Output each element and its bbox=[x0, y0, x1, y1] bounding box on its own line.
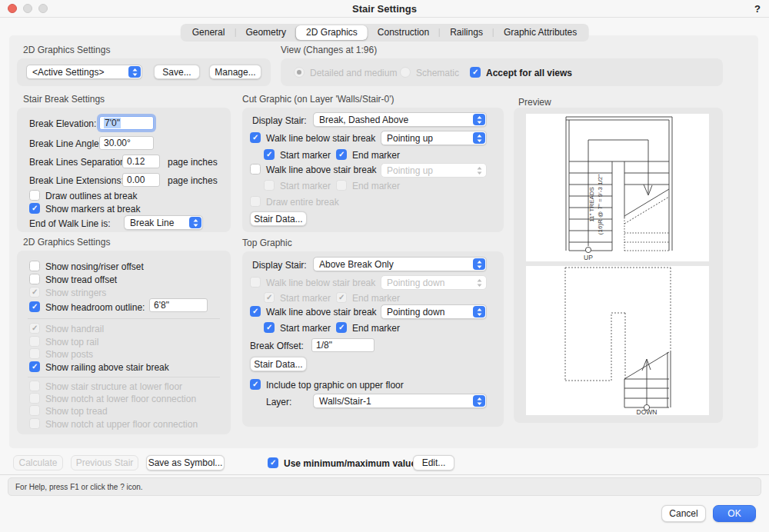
top-above-end-marker-checkbox[interactable] bbox=[336, 322, 347, 333]
break-offset-field[interactable]: 1/8" bbox=[311, 338, 375, 352]
handrail-checkbox bbox=[29, 323, 40, 334]
stringers-checkbox bbox=[29, 287, 40, 298]
top-tread-label: Show top tread bbox=[45, 406, 108, 417]
cut-walk-above-checkbox[interactable] bbox=[250, 164, 261, 175]
top-display-stair-label: Display Stair: bbox=[252, 260, 307, 271]
top-walk-above-label: Walk line above stair break bbox=[266, 307, 377, 318]
view-group-title: View (Changes at 1:96) bbox=[281, 45, 377, 55]
tab-2d-graphics[interactable]: 2D Graphics bbox=[296, 25, 368, 40]
schematic-radio[interactable] bbox=[400, 67, 411, 78]
extensions-unit-label: page inches bbox=[168, 175, 218, 186]
cut-walk-above-direction-select: Pointing up bbox=[381, 163, 487, 178]
schematic-label: Schematic bbox=[416, 68, 459, 78]
break-line-extensions-label: Break Line Extensions: bbox=[29, 175, 124, 186]
draw-outlines-label: Draw outlines at break bbox=[45, 191, 137, 201]
stair-plan-cut-drawing: 11" TREADS (16)R @ 7" = 9'-3 1/2" UP bbox=[526, 114, 709, 261]
break-offset-value: 1/8" bbox=[316, 340, 332, 351]
tab-content-panel: 2D Graphics Settings <Active Settings> S… bbox=[9, 35, 758, 448]
end-walk-line-label: End of Walk Line is: bbox=[29, 218, 111, 229]
save-as-symbol-button[interactable]: Save as Symbol... bbox=[146, 455, 225, 470]
tab-construction[interactable]: Construction bbox=[368, 25, 439, 40]
stair-settings-dialog: Stair Settings ? General Geometry 2D Gra… bbox=[0, 0, 769, 532]
top-display-stair-value: Above Break Only bbox=[314, 259, 473, 270]
break-lines-separation-field[interactable]: 0.12 bbox=[122, 155, 160, 168]
top-walk-below-direction-select: Pointing down bbox=[381, 275, 487, 290]
top-below-start-marker-checkbox bbox=[264, 292, 275, 303]
accept-all-views-label: Accept for all views bbox=[486, 68, 572, 78]
cut-graphic-group: Display Stair: Break, Dashed Above Walk … bbox=[242, 108, 504, 232]
railing-above-break-label: Show railing above stair break bbox=[45, 362, 169, 373]
top-display-stair-select[interactable]: Above Break Only bbox=[313, 257, 487, 271]
top-walk-below-checkbox bbox=[250, 277, 261, 288]
structure-lower-checkbox bbox=[29, 381, 40, 391]
tab-general[interactable]: General bbox=[182, 25, 235, 40]
railing-above-break-checkbox[interactable] bbox=[29, 361, 40, 372]
break-line-angle-field[interactable]: 30.00° bbox=[99, 136, 154, 150]
help-bar: For Help, press F1 or click the ? icon. bbox=[8, 477, 761, 496]
ok-button[interactable]: OK bbox=[713, 505, 756, 522]
top-above-start-marker-label: Start marker bbox=[280, 323, 331, 334]
tab-railings[interactable]: Railings bbox=[440, 25, 493, 40]
save-settings-button[interactable]: Save... bbox=[154, 65, 200, 79]
popup-stepper-icon bbox=[473, 114, 485, 125]
top-above-end-marker-label: End marker bbox=[352, 323, 400, 334]
detailed-medium-radio[interactable] bbox=[294, 67, 305, 78]
cut-walk-below-label: Walk line below stair break bbox=[266, 133, 375, 144]
nosing-offset-checkbox[interactable] bbox=[29, 261, 40, 271]
tread-offset-checkbox[interactable] bbox=[29, 274, 40, 284]
use-minmax-checkbox[interactable] bbox=[268, 457, 278, 468]
show-markers-checkbox[interactable] bbox=[29, 203, 40, 214]
active-settings-select[interactable]: <Active Settings> bbox=[26, 65, 142, 79]
tab-graphic-attributes[interactable]: Graphic Attributes bbox=[494, 25, 587, 40]
calculate-button: Calculate bbox=[13, 455, 63, 470]
cut-walk-below-checkbox[interactable] bbox=[250, 132, 261, 143]
top-walk-above-checkbox[interactable] bbox=[250, 306, 261, 317]
cut-display-stair-select[interactable]: Break, Dashed Above bbox=[313, 112, 487, 127]
cut-below-end-marker-checkbox[interactable] bbox=[336, 149, 347, 160]
top-rail-checkbox bbox=[29, 336, 40, 347]
cut-walk-below-direction-value: Pointing up bbox=[381, 133, 473, 144]
cut-walk-below-direction-select[interactable]: Pointing up bbox=[381, 131, 487, 145]
layer-select[interactable]: Walls/Stair-1 bbox=[313, 394, 487, 408]
draw-outlines-checkbox[interactable] bbox=[29, 190, 40, 201]
end-walk-line-select[interactable]: Break Line bbox=[124, 215, 203, 230]
cut-stair-data-button[interactable]: Stair Data... bbox=[250, 211, 307, 226]
help-text: For Help, press F1 or click the ? icon. bbox=[15, 483, 143, 491]
use-minmax-label: Use minimum/maximum values bbox=[284, 458, 421, 469]
graphics2-title: 2D Graphics Settings bbox=[23, 237, 110, 248]
top-rail-label: Show top rail bbox=[45, 337, 98, 347]
accept-all-views-checkbox[interactable] bbox=[470, 67, 481, 78]
edit-button[interactable]: Edit... bbox=[413, 455, 454, 470]
popup-stepper-icon bbox=[473, 277, 485, 288]
cancel-button[interactable]: Cancel bbox=[661, 505, 706, 522]
include-top-graphic-checkbox[interactable] bbox=[250, 379, 261, 390]
headroom-outline-field[interactable]: 6'8" bbox=[149, 298, 208, 312]
break-elevation-label: Break Elevation: bbox=[29, 118, 96, 129]
popup-stepper-icon bbox=[189, 217, 201, 228]
top-above-start-marker-checkbox[interactable] bbox=[264, 322, 275, 333]
cut-above-start-marker-checkbox bbox=[264, 180, 275, 191]
previous-stair-button: Previous Stair bbox=[71, 455, 138, 470]
top-walk-above-direction-select[interactable]: Pointing down bbox=[381, 304, 487, 319]
treads-note-line1: 11" TREADS bbox=[588, 187, 595, 222]
separation-unit-label: page inches bbox=[168, 157, 218, 168]
notch-upper-label: Show notch at upper floor connection bbox=[45, 419, 198, 430]
headroom-outline-checkbox[interactable] bbox=[29, 301, 40, 312]
top-stair-data-button[interactable]: Stair Data... bbox=[250, 357, 307, 371]
tread-offset-label: Show tread offset bbox=[45, 274, 117, 285]
cut-graphic-title: Cut Graphic (on Layer 'Walls/Stair-0') bbox=[242, 94, 394, 105]
cut-walk-above-label: Walk line above stair break bbox=[266, 165, 377, 175]
break-line-extensions-field[interactable]: 0.00 bbox=[122, 173, 160, 187]
manage-settings-button[interactable]: Manage... bbox=[209, 65, 261, 79]
title-bar: Stair Settings ? bbox=[0, 0, 769, 18]
notch-lower-checkbox bbox=[29, 393, 40, 404]
break-elevation-field[interactable]: 7'0" bbox=[99, 116, 154, 130]
cut-below-start-marker-checkbox[interactable] bbox=[264, 149, 275, 160]
nosing-offset-label: Show nosing/riser offset bbox=[45, 261, 144, 272]
top-graphic-group: Display Stair: Above Break Only Walk lin… bbox=[242, 251, 504, 427]
break-line-angle-label: Break Line Angle: bbox=[29, 138, 102, 149]
help-icon[interactable]: ? bbox=[754, 3, 761, 15]
tab-geometry[interactable]: Geometry bbox=[235, 25, 296, 40]
tab-bar: General Geometry 2D Graphics Constructio… bbox=[181, 24, 589, 42]
view-group: Detailed and medium Schematic Accept for… bbox=[281, 58, 723, 86]
